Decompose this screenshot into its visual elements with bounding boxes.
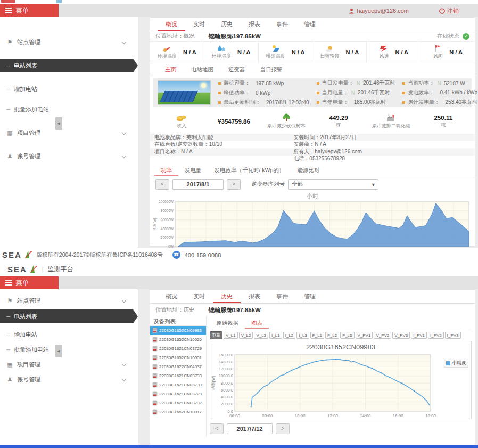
chart-tab[interactable]: 能源比对 bbox=[291, 165, 326, 176]
parameter-chip[interactable]: I_PV2 bbox=[428, 332, 444, 339]
parameter-chip[interactable]: V_L1 bbox=[224, 332, 238, 339]
parameter-chip[interactable]: I_PV3 bbox=[445, 332, 461, 339]
device-list-item[interactable]: 22030G1621CN03729 bbox=[150, 344, 206, 353]
sidebar-item-account-management[interactable]: ♟ 账号管理 bbox=[0, 372, 138, 386]
chart-tab[interactable]: 发电效率（千瓦时/ kWp的） bbox=[208, 165, 291, 176]
chart-tab[interactable]: 发电量 bbox=[178, 165, 208, 176]
device-list-item[interactable]: 22030G1652CN10017 bbox=[150, 408, 206, 417]
subtab[interactable]: 主页 bbox=[158, 63, 184, 76]
parameter-chip[interactable]: V_PV2 bbox=[374, 332, 391, 339]
phone-number: 400-159-0088 bbox=[185, 252, 221, 258]
device-list-item[interactable]: 22030G1622CN04037 bbox=[150, 362, 206, 371]
sensor-wind-speed: 风速 N / A bbox=[366, 42, 421, 63]
user-icon bbox=[349, 8, 355, 14]
tab[interactable]: 实时 bbox=[185, 290, 213, 303]
device-chart-title: 22030G1652CN09983 bbox=[210, 343, 471, 353]
parameter-chip[interactable]: V_PV3 bbox=[392, 332, 410, 339]
tab[interactable]: 报表 bbox=[241, 18, 268, 31]
sidebar-collapse-handle[interactable]: ◀ bbox=[55, 345, 62, 357]
logout-button[interactable]: 注销 bbox=[439, 4, 459, 17]
sidebar-item-site-management[interactable]: ⚑ 站点管理 bbox=[0, 35, 138, 49]
parameter-chip[interactable]: V_PV1 bbox=[356, 332, 373, 339]
sensor-irradiance: 日照指数 N / A bbox=[312, 42, 366, 63]
parameter-chip[interactable]: V_L2 bbox=[239, 332, 253, 339]
subtab[interactable]: 逆变器 bbox=[221, 63, 253, 76]
tab[interactable]: 历史 bbox=[213, 18, 241, 31]
windsock-icon bbox=[433, 45, 443, 52]
parameter-chip[interactable]: F_L1 bbox=[310, 332, 324, 339]
next-day-button[interactable]: > bbox=[227, 179, 241, 190]
sidebar-item-station-list[interactable]: ─ 电站列表 bbox=[0, 309, 133, 323]
chevron-down-icon bbox=[122, 362, 126, 366]
tab[interactable]: 事件 bbox=[268, 18, 296, 31]
device-list-item[interactable]: 22030G1621CN03733 bbox=[150, 371, 206, 380]
tab[interactable]: 报表 bbox=[241, 290, 268, 303]
info-row: 电话：053255678928 bbox=[150, 156, 475, 163]
parameter-chip[interactable]: I_L1 bbox=[269, 332, 282, 339]
tab[interactable]: 事件 bbox=[268, 290, 296, 303]
parameter-chip[interactable]: V_L3 bbox=[254, 332, 268, 339]
trees-unit: 棵 bbox=[336, 121, 341, 128]
date-input[interactable]: 2017/7/12 bbox=[227, 423, 273, 434]
tab[interactable]: 历史 bbox=[213, 290, 241, 303]
date-input[interactable]: 2017/8/1 bbox=[172, 179, 224, 190]
date-controls: < 2017/7/12 > bbox=[210, 421, 472, 437]
menu-header[interactable]: 菜单 bbox=[0, 276, 59, 289]
sidebar-item-project-management[interactable]: ▦ 项目管理 bbox=[0, 126, 138, 140]
tab[interactable]: 概况 bbox=[158, 18, 185, 31]
tab[interactable]: 管理 bbox=[296, 18, 324, 31]
device-list-item[interactable]: 22030G1621CN03730 bbox=[150, 380, 206, 389]
prev-day-button[interactable]: < bbox=[210, 423, 224, 434]
chart-tab[interactable]: 功率 bbox=[154, 165, 178, 176]
subtab[interactable]: 电站地图 bbox=[184, 63, 221, 76]
income-icon-cell: 收入 bbox=[155, 113, 208, 129]
wind-speed-icon bbox=[379, 45, 389, 52]
sidebar-item-station-list[interactable]: ─ 电站列表 bbox=[0, 59, 133, 72]
inverter-select[interactable]: 全部 ▾ bbox=[288, 179, 378, 190]
parameter-chip[interactable]: F_L3 bbox=[340, 332, 354, 339]
sidebar-overview: ⚑ 站点管理 ─ 电站列表 ─ 增加电站 ─ 批量添加电站 ▦ 项目管理 ♟ 账… bbox=[0, 17, 138, 248]
sidebar-item-batch-add-station[interactable]: ─ 批量添加电站 bbox=[0, 343, 138, 356]
parameter-chip[interactable]: F_L2 bbox=[325, 332, 339, 339]
prev-day-button[interactable]: < bbox=[155, 179, 169, 190]
sidebar-item-add-station[interactable]: ─ 增加电站 bbox=[0, 82, 138, 96]
sidebar-item-project-management[interactable]: ▦ 项目管理 bbox=[0, 357, 138, 371]
tab[interactable]: 实时 bbox=[185, 18, 213, 31]
parameter-chip[interactable]: I_L2 bbox=[283, 332, 296, 339]
chart-title: 小时 bbox=[150, 192, 475, 200]
view-tab[interactable]: 图表 bbox=[245, 317, 269, 329]
device-power-chart[interactable]: 06:0008:0010:0012:0014:0016:0018:000.020… bbox=[210, 353, 465, 419]
svg-text:08:00: 08:00 bbox=[262, 413, 273, 418]
sidebar-item-site-management[interactable]: ⚑ 站点管理 bbox=[0, 294, 138, 307]
device-list-item[interactable]: 22030G1621CN03728 bbox=[150, 389, 206, 398]
bullet-icon bbox=[402, 101, 405, 104]
device-serial: 22030G1622CN04037 bbox=[159, 364, 202, 369]
parameter-chip[interactable]: I_PV1 bbox=[411, 332, 427, 339]
parameter-chip[interactable]: I_L3 bbox=[296, 332, 309, 339]
online-status-label: 在线状态 bbox=[437, 32, 459, 40]
hourly-power-chart[interactable]: 07:1507:30七点45分08:0008:1508:3008:4509:00… bbox=[152, 200, 473, 254]
station-name: 锦翰服饰197.85kW bbox=[209, 32, 261, 40]
next-day-button[interactable]: > bbox=[276, 423, 290, 434]
device-list-item[interactable]: 22030G1652CN10051 bbox=[150, 353, 206, 362]
device-list-item[interactable]: 22030G1652CN10025 bbox=[150, 335, 206, 344]
main-tabs: 概况实时历史报表事件管理 bbox=[150, 290, 475, 304]
sidebar-collapse-handle[interactable]: ◀ bbox=[55, 117, 62, 130]
sensor-wind-direction: 风向 N / A bbox=[421, 42, 475, 63]
tab[interactable]: 概况 bbox=[158, 290, 185, 303]
device-list-item[interactable]: 22030G1621CN03732 bbox=[150, 398, 206, 408]
sidebar-item-batch-add-station[interactable]: ─ 批量添加电站 bbox=[0, 102, 138, 116]
chart-legend[interactable]: 小精灵 bbox=[444, 359, 468, 368]
svg-text:6000.0: 6000.0 bbox=[221, 388, 233, 393]
user-account[interactable]: haiyuepv@126.com bbox=[349, 4, 409, 17]
device-serial: 22030G1621CN03732 bbox=[159, 401, 202, 405]
sidebar-item-account-management[interactable]: ♟ 账号管理 bbox=[0, 149, 138, 163]
subtab[interactable]: 当日报警 bbox=[253, 63, 290, 76]
view-tab[interactable]: 原始数据 bbox=[210, 317, 245, 329]
sidebar-item-add-station[interactable]: ─ 增加电站 bbox=[0, 328, 138, 341]
parameter-chip[interactable]: 电量 bbox=[210, 331, 222, 339]
station-name: 锦翰服饰197.85kW bbox=[209, 306, 261, 314]
device-list-item[interactable]: 22030G1652CN09983 bbox=[150, 326, 206, 335]
tab[interactable]: 管理 bbox=[296, 290, 324, 303]
menu-header[interactable]: 菜单 bbox=[0, 4, 59, 17]
